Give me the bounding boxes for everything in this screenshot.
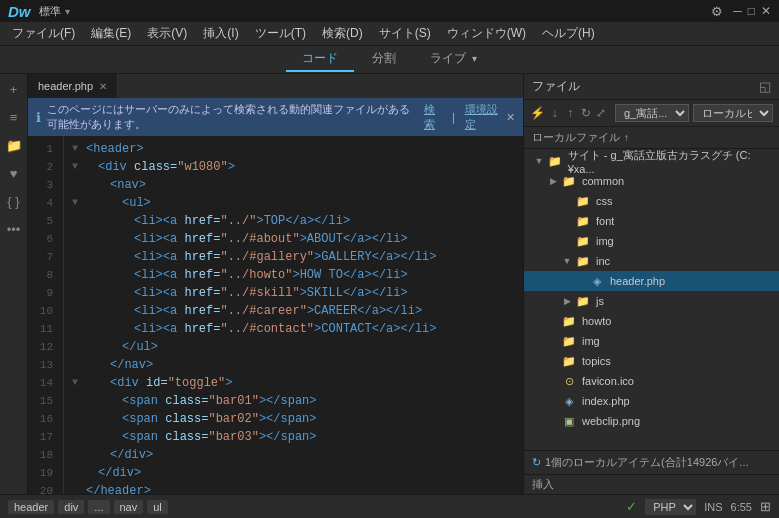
info-close-button[interactable]: ✕	[506, 111, 515, 124]
split-view-button[interactable]: 分割	[356, 47, 412, 72]
menu-edit[interactable]: 編集(E)	[83, 23, 139, 44]
code-line-18[interactable]: </div>	[72, 446, 515, 464]
menu-site[interactable]: サイト(S)	[371, 23, 439, 44]
tab-bar: header.php ✕	[28, 74, 523, 98]
tree-arrow-js[interactable]: ▶	[561, 295, 573, 307]
code-line-14[interactable]: ▼ <div id="toggle">	[72, 374, 515, 392]
tree-item-favicon[interactable]: ⊙favicon.ico	[524, 371, 779, 391]
tree-arrow-font	[561, 215, 573, 227]
token-5-2: "../"	[220, 212, 256, 230]
tab-header-php[interactable]: header.php ✕	[28, 74, 118, 98]
token-6-2: "../#about"	[220, 230, 299, 248]
fold-arrow-2[interactable]: ▼	[72, 158, 84, 176]
code-line-3[interactable]: <nav>	[72, 176, 515, 194]
code-line-4[interactable]: ▼ <ul>	[72, 194, 515, 212]
code-line-16[interactable]: <span class="bar02"></span>	[72, 410, 515, 428]
tree-item-inc[interactable]: ▼📁inc	[524, 251, 779, 271]
code-line-15[interactable]: <span class="bar01"></span>	[72, 392, 515, 410]
code-view-button[interactable]: コード	[286, 47, 354, 72]
tree-arrow-site-root[interactable]: ▼	[533, 155, 545, 167]
panel-refresh-icon[interactable]: ↻	[580, 103, 592, 123]
sidebar-icon-snippets[interactable]: { }	[3, 190, 25, 212]
tree-arrow-common[interactable]: ▶	[547, 175, 559, 187]
local-up-icon[interactable]: ↑	[624, 132, 629, 143]
grid-icon[interactable]: ⊞	[760, 499, 771, 514]
breadcrumb-item-0[interactable]: header	[8, 500, 54, 514]
tree-item-js[interactable]: ▶📁js	[524, 291, 779, 311]
restore-button[interactable]: □	[748, 4, 755, 18]
fold-arrow-1[interactable]: ▼	[72, 140, 84, 158]
code-content[interactable]: ▼ <header>▼ <div class="w1080"> <nav>▼ <…	[64, 136, 523, 494]
panel-upload-icon[interactable]: ↑	[565, 103, 577, 123]
token-17-0: <span	[122, 428, 158, 446]
token-15-3: ></span>	[259, 392, 317, 410]
close-button[interactable]: ✕	[761, 4, 771, 18]
tree-item-img[interactable]: 📁img	[524, 331, 779, 351]
sidebar-icon-files[interactable]: 📁	[3, 134, 25, 156]
tree-item-img-common[interactable]: 📁img	[524, 231, 779, 251]
tree-item-howto[interactable]: 📁howto	[524, 311, 779, 331]
bottom-refresh-icon[interactable]: ↻	[532, 456, 541, 469]
token-8-2: "../howto"	[220, 266, 292, 284]
breadcrumb-item-1[interactable]: div	[58, 500, 84, 514]
tab-close-button[interactable]: ✕	[99, 81, 107, 92]
code-line-5[interactable]: <li><a href="../">TOP</a></li>	[72, 212, 515, 230]
tree-item-index-php[interactable]: ◈index.php	[524, 391, 779, 411]
minimize-button[interactable]: ─	[733, 4, 742, 18]
code-line-6[interactable]: <li><a href="../#about">ABOUT</a></li>	[72, 230, 515, 248]
code-line-17[interactable]: <span class="bar03"></span>	[72, 428, 515, 446]
menu-search[interactable]: 検索(D)	[314, 23, 371, 44]
code-line-19[interactable]: </div>	[72, 464, 515, 482]
code-line-12[interactable]: </ul>	[72, 338, 515, 356]
code-area[interactable]: 123456789101112131415161718192021 ▼ <hea…	[28, 136, 523, 494]
panel-expand-icon[interactable]: ◱	[759, 79, 771, 94]
code-line-8[interactable]: <li><a href="../howto">HOW TO</a></li>	[72, 266, 515, 284]
left-sidebar: + ≡ 📁 ♥ { } •••	[0, 74, 28, 494]
fold-arrow-14[interactable]: ▼	[72, 374, 84, 392]
gear-icon[interactable]: ⚙	[711, 4, 723, 19]
tree-item-font[interactable]: 📁font	[524, 211, 779, 231]
info-bar: ℹ このページにはサーバーのみによって検索される動的関連ファイルがある可能性があ…	[28, 98, 523, 136]
sidebar-icon-css[interactable]: ≡	[3, 106, 25, 128]
site-selector[interactable]: g_寓話...	[615, 104, 689, 122]
right-panel: ファイル ◱ ⚡ ↓ ↑ ↻ ⤢ g_寓話... ローカルビュー ローカルファイ…	[523, 74, 779, 494]
menu-window[interactable]: ウィンドウ(W)	[439, 23, 534, 44]
menu-insert[interactable]: 挿入(I)	[195, 23, 246, 44]
panel-expand-icon2[interactable]: ⤢	[596, 103, 608, 123]
token-2-0: <div	[98, 158, 127, 176]
code-line-1[interactable]: ▼ <header>	[72, 140, 515, 158]
tree-item-webclip[interactable]: ▣webclip.png	[524, 411, 779, 431]
code-line-11[interactable]: <li><a href="../#contact">CONTACT</a></l…	[72, 320, 515, 338]
code-line-20[interactable]: </header>	[72, 482, 515, 494]
code-line-13[interactable]: </nav>	[72, 356, 515, 374]
mode-selector[interactable]: 標準	[39, 4, 61, 19]
panel-connect-icon[interactable]: ⚡	[530, 103, 545, 123]
tree-item-topics[interactable]: 📁topics	[524, 351, 779, 371]
code-line-9[interactable]: <li><a href="../#skill">SKILL</a></li>	[72, 284, 515, 302]
code-line-2[interactable]: ▼ <div class="w1080">	[72, 158, 515, 176]
code-line-10[interactable]: <li><a href="../#career">CAREER</a></li>	[72, 302, 515, 320]
sidebar-icon-more[interactable]: •••	[3, 218, 25, 240]
info-link-settings[interactable]: 環境設定	[465, 102, 500, 132]
fold-arrow-4[interactable]: ▼	[72, 194, 84, 212]
live-view-button[interactable]: ライブ ▾	[414, 47, 493, 72]
menu-view[interactable]: 表示(V)	[139, 23, 195, 44]
tree-item-css[interactable]: 📁css	[524, 191, 779, 211]
menu-help[interactable]: ヘルプ(H)	[534, 23, 603, 44]
breadcrumb-item-2[interactable]: ...	[88, 500, 109, 514]
view-selector[interactable]: ローカルビュー	[693, 104, 773, 122]
breadcrumb-item-3[interactable]: nav	[114, 500, 144, 514]
tree-arrow-inc[interactable]: ▼	[561, 255, 573, 267]
tree-item-site-root[interactable]: ▼📁サイト - g_寓話立版古カラスグチ (C:¥xa...	[524, 151, 779, 171]
sidebar-icon-insert[interactable]: +	[3, 78, 25, 100]
panel-download-icon[interactable]: ↓	[549, 103, 561, 123]
sidebar-icon-assets[interactable]: ♥	[3, 162, 25, 184]
tree-item-header-php[interactable]: ◈header.php	[524, 271, 779, 291]
breadcrumb-item-4[interactable]: ul	[147, 500, 168, 514]
menu-tools[interactable]: ツール(T)	[247, 23, 314, 44]
menu-file[interactable]: ファイル(F)	[4, 23, 83, 44]
language-selector[interactable]: PHP	[645, 499, 696, 515]
code-line-7[interactable]: <li><a href="../#gallery">GALLERY</a></l…	[72, 248, 515, 266]
token-9-0: <li><a	[134, 284, 177, 302]
info-link-search[interactable]: 検索	[424, 102, 442, 132]
